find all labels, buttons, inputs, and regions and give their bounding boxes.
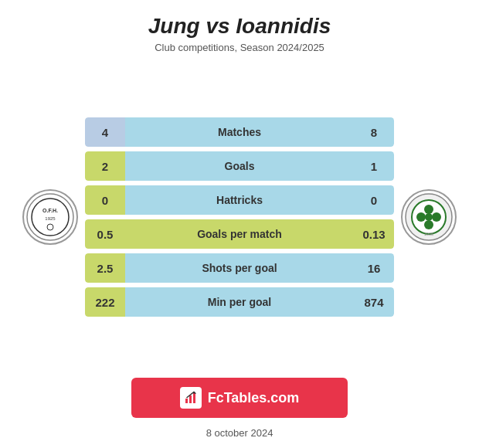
stat-label-hattricks: Hattricks [125,185,354,215]
stat-label-goals: Goals [125,151,354,181]
stat-row-min-per-goal: 222Min per goal874 [85,287,394,317]
left-team-logo: O.F.H. 1925 [22,189,78,245]
stat-left-goals: 2 [85,151,125,181]
stat-right-min-per-goal: 874 [354,287,394,317]
stat-row-shots-per-goal: 2.5Shots per goal16 [85,253,394,283]
logo-left: O.F.H. 1925 [15,189,85,245]
stat-row-matches: 4Matches8 [85,117,394,147]
page: Jung vs Ioannidis Club competitions, Sea… [0,0,479,448]
logo-right: 1908 [394,189,464,245]
svg-point-9 [432,212,441,222]
svg-text:1925: 1925 [45,216,56,221]
stat-left-matches: 4 [85,117,125,147]
stat-left-goals-per-match: 0.5 [85,219,125,249]
stat-right-matches: 8 [354,117,394,147]
stats-area: 4Matches82Goals10Hattricks00.5Goals per … [85,117,394,317]
stat-row-goals: 2Goals1 [85,151,394,181]
stat-left-min-per-goal: 222 [85,287,125,317]
stat-row-hattricks: 0Hattricks0 [85,185,394,215]
svg-point-11 [425,213,433,221]
svg-point-10 [424,220,433,229]
svg-rect-14 [189,395,192,403]
stat-right-goals-per-match: 0.13 [354,219,394,249]
svg-point-7 [424,205,433,214]
stat-right-hattricks: 0 [354,185,394,215]
fctables-icon [180,387,202,409]
svg-text:1908: 1908 [424,232,433,236]
stat-label-matches: Matches [125,117,354,147]
stat-right-shots-per-goal: 16 [354,253,394,283]
stat-label-shots-per-goal: Shots per goal [125,253,354,283]
stat-left-hattricks: 0 [85,185,125,215]
svg-rect-15 [193,392,195,403]
fctables-text: FcTables.com [208,390,300,406]
svg-rect-13 [185,399,188,403]
stat-left-shots-per-goal: 2.5 [85,253,125,283]
footer-date: 8 october 2024 [206,427,273,439]
page-subtitle: Club competitions, Season 2024/2025 [155,42,324,53]
fctables-banner: FcTables.com [131,378,348,418]
stat-label-goals-per-match: Goals per match [125,219,354,249]
svg-point-8 [416,212,426,222]
stat-row-goals-per-match: 0.5Goals per match0.13 [85,219,394,249]
comparison-area: O.F.H. 1925 4Matches82Goals10Hattricks00… [15,67,464,367]
right-team-logo: 1908 [401,189,457,245]
page-title: Jung vs Ioannidis [148,14,331,39]
stat-label-min-per-goal: Min per goal [125,287,354,317]
svg-text:O.F.H.: O.F.H. [42,208,58,213]
stat-right-goals: 1 [354,151,394,181]
